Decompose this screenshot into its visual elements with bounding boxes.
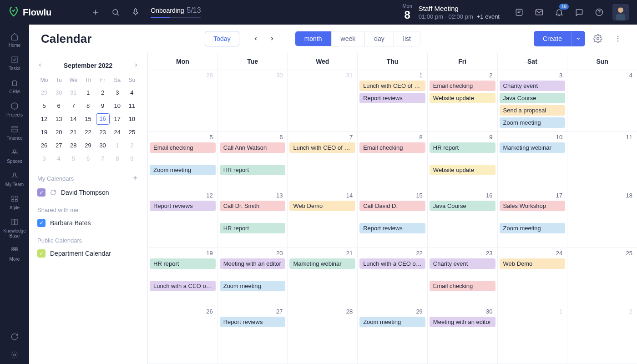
day-cell[interactable]: 11 (567, 132, 637, 190)
event[interactable]: Lunch with a CEO of IBM (359, 258, 425, 269)
search-button[interactable] (108, 5, 123, 20)
rail-settings-icon[interactable] (3, 348, 26, 364)
pin-button[interactable] (128, 5, 143, 20)
mini-day[interactable]: 1 (111, 140, 124, 151)
mini-day[interactable]: 7 (96, 153, 110, 164)
day-cell[interactable]: 16Java Course (427, 190, 497, 248)
event[interactable]: Zoom meeting (220, 281, 286, 291)
today-info[interactable]: Mon 8 Staff Meeting 01:00 pm - 02:00 pm+… (402, 3, 500, 21)
rail-crm[interactable]: CRM (3, 76, 26, 97)
event[interactable]: Java Course (500, 93, 566, 103)
rail-finance[interactable]: Finance (3, 122, 26, 143)
rail-refresh-icon[interactable] (3, 329, 26, 346)
day-cell[interactable]: 29Zoom meeting (357, 306, 427, 364)
mini-day[interactable]: 18 (125, 113, 139, 125)
prev-button[interactable] (248, 31, 263, 46)
event[interactable]: Charity event (500, 81, 566, 91)
notifications-icon[interactable]: 16 (551, 5, 567, 20)
more-button[interactable] (611, 31, 625, 46)
day-cell[interactable]: 13Call Dr. SmithHR report (217, 190, 288, 248)
mini-day[interactable]: 28 (66, 140, 80, 151)
day-cell[interactable]: 17Sales WorkshopZoom meeting (497, 190, 567, 248)
day-cell[interactable]: 2Email checkingWebsite update (427, 70, 497, 131)
calendar-item[interactable]: ✓Barbara Bates (37, 219, 139, 227)
event[interactable]: Email checking (150, 142, 216, 153)
rail-more[interactable]: More (3, 243, 26, 264)
day-cell[interactable]: 14Web Demo (287, 190, 357, 248)
mini-day[interactable]: 1 (81, 87, 95, 98)
event[interactable]: Report reviews (150, 201, 216, 211)
rail-knowledge-base[interactable]: Knowledge Base (3, 215, 26, 241)
calendar-item[interactable]: ✓David Thompson (37, 188, 139, 197)
view-day[interactable]: day (364, 31, 394, 46)
mini-day[interactable]: 7 (66, 100, 80, 111)
mini-day[interactable]: 16 (96, 113, 110, 125)
today-button[interactable]: Today (205, 31, 239, 46)
create-dropdown[interactable] (571, 31, 585, 46)
event[interactable]: Zoom meeting (150, 165, 216, 175)
rail-spaces[interactable]: Spaces (3, 145, 26, 167)
day-cell[interactable]: 22Lunch with a CEO of IBM (357, 248, 427, 306)
event[interactable]: Call Dr. Smith (220, 201, 286, 211)
mini-day[interactable]: 4 (52, 153, 66, 164)
onboarding-progress[interactable]: Onboarding5/13 (151, 6, 201, 18)
day-cell[interactable]: 6Call Ann WatsonHR report (217, 132, 288, 190)
mini-day[interactable]: 9 (96, 100, 110, 111)
event[interactable]: Zoom meeting (500, 223, 566, 233)
day-cell[interactable]: 24Web Demo (497, 248, 567, 306)
mini-day[interactable]: 14 (66, 113, 80, 125)
mini-day[interactable]: 12 (37, 113, 51, 125)
add-calendar-button[interactable] (131, 174, 139, 183)
mini-day[interactable]: 29 (37, 87, 51, 98)
mini-day[interactable]: 6 (81, 153, 95, 164)
day-cell[interactable]: 12Report reviews (147, 190, 217, 248)
mini-day[interactable]: 23 (96, 126, 110, 138)
event[interactable]: HR report (220, 223, 286, 233)
mini-day[interactable]: 31 (66, 87, 80, 98)
mini-day[interactable]: 5 (37, 100, 51, 111)
mini-day[interactable]: 17 (111, 113, 124, 125)
event[interactable]: Lunch with CEO of Lexus (359, 81, 425, 91)
day-cell[interactable]: 2 (567, 306, 637, 364)
event[interactable]: Report reviews (220, 317, 286, 327)
day-cell[interactable]: 7Lunch with CEO of Dragon (287, 132, 357, 190)
avatar[interactable] (612, 4, 629, 20)
event[interactable]: Email checking (359, 142, 425, 153)
event[interactable]: Web Demo (289, 201, 355, 211)
event[interactable]: Report reviews (359, 223, 425, 233)
event[interactable]: Marketing webinar (500, 142, 566, 153)
mini-day[interactable]: 19 (37, 126, 51, 138)
day-cell[interactable]: 30Meeting with an editor (427, 306, 497, 364)
view-week[interactable]: week (331, 31, 365, 46)
calendar-item[interactable]: ✓Department Calendar (37, 249, 139, 258)
day-cell[interactable]: 30 (217, 70, 288, 131)
mini-day[interactable]: 24 (111, 126, 124, 138)
add-button[interactable] (88, 5, 103, 20)
mini-day[interactable]: 15 (81, 113, 95, 125)
mini-day[interactable]: 21 (66, 126, 80, 138)
day-cell[interactable]: 3Charity eventJava CourseSend a proposal… (497, 70, 567, 131)
event[interactable]: Email checking (430, 81, 495, 91)
event[interactable]: Marketing webinar (289, 258, 355, 269)
mini-day[interactable]: 6 (52, 100, 66, 111)
mini-next[interactable] (133, 61, 139, 70)
rail-tasks[interactable]: Tasks (3, 52, 26, 74)
mini-day[interactable]: 2 (125, 140, 139, 151)
event[interactable]: Meeting with an editor (220, 258, 286, 269)
event[interactable]: Email checking (430, 281, 495, 291)
day-cell[interactable]: 31 (287, 70, 357, 131)
event[interactable]: Web Demo (500, 258, 566, 269)
event[interactable]: Website update (430, 93, 495, 103)
day-cell[interactable]: 8Email checking (357, 132, 427, 190)
event[interactable]: HR report (220, 165, 286, 175)
event[interactable]: Charity event (430, 258, 495, 269)
rail-my-team[interactable]: My Team (3, 168, 26, 190)
event[interactable]: Zoom meeting (500, 117, 566, 128)
event[interactable]: Lunch with a CEO of IBM (150, 281, 216, 291)
day-cell[interactable]: 18 (567, 190, 637, 248)
calendar-checkbox[interactable]: ✓ (37, 249, 46, 258)
mini-prev[interactable] (37, 61, 43, 70)
chat-icon[interactable] (571, 5, 587, 20)
mini-day[interactable]: 11 (125, 100, 139, 111)
day-cell[interactable]: 29 (147, 70, 217, 131)
